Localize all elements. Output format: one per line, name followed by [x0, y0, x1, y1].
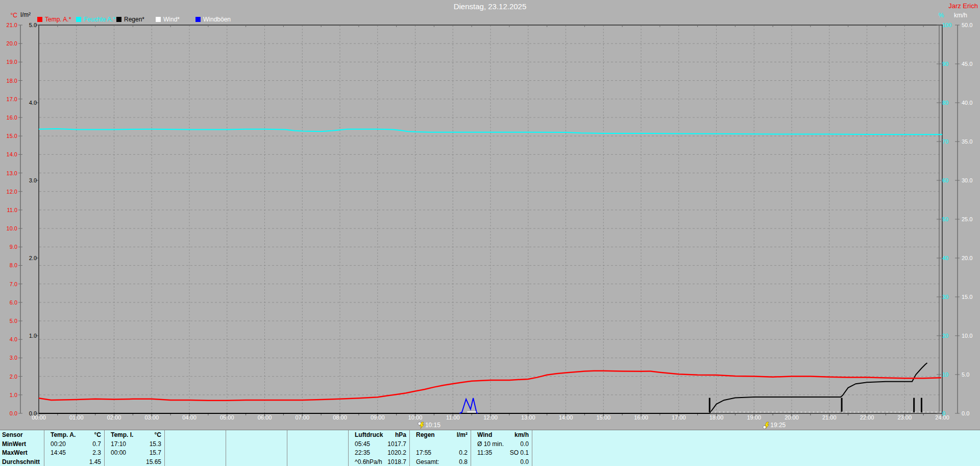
table-row-label: Sensor	[0, 430, 44, 439]
series-rain-cumulative	[39, 363, 927, 413]
sun-event-icon	[418, 422, 425, 429]
cell-value: 15.7	[150, 449, 161, 456]
time-axis-tick-label: 17:00	[668, 414, 690, 421]
temp-axis-tick-label: 19.0	[2, 59, 17, 65]
table-cell	[410, 439, 471, 449]
cell-time: 22:35	[352, 449, 370, 456]
cell-value: 1018.7	[387, 458, 406, 465]
table-header-cell: LuftdruckhPa	[349, 430, 410, 439]
summary-table: SensorTemp. A.°CTemp. I.°CLuftdruckhPaRe…	[0, 430, 980, 466]
time-axis-tick-label: 10:00	[404, 414, 427, 421]
cell-time: Temp. I.	[108, 431, 133, 438]
time-axis-tick-label: 06:00	[254, 414, 276, 421]
table-header-cell	[165, 430, 226, 439]
temp-axis-tick-label: 3.0	[2, 355, 17, 361]
humidity-axis-tick-label: 40	[942, 255, 958, 261]
cell-time: Ø 10 min.	[474, 440, 504, 448]
rain-axis-tick-label: 4.0	[21, 100, 37, 106]
temp-axis-tick-label: 1.0	[2, 392, 17, 398]
humidity-axis-tick-label: 80	[942, 100, 958, 106]
table-row-label: MaxWert	[0, 449, 44, 458]
humidity-axis-tick-label: 50	[942, 216, 958, 222]
time-axis-tick-label: 13:00	[517, 414, 540, 421]
humidity-axis-tick-label: 10	[942, 371, 958, 378]
time-axis-tick-label: 05:00	[216, 414, 238, 421]
wind-axis-tick-label: 25.0	[962, 216, 979, 222]
humidity-axis-tick-label: 70	[942, 138, 958, 145]
time-axis-tick-label: 23:00	[893, 414, 916, 421]
table-header-cell	[226, 430, 287, 439]
table-header-cell	[287, 430, 349, 439]
cell-time: 00:00	[108, 449, 126, 456]
cell-value: 0.8	[459, 458, 468, 465]
cell-value: °C	[155, 431, 161, 438]
table-header-cell: Temp. I.°C	[105, 430, 165, 439]
cell-value: °C	[94, 431, 101, 438]
wind-axis-tick-label: 15.0	[962, 294, 979, 300]
humidity-axis-tick-label: 30	[942, 294, 958, 300]
table-cell	[287, 439, 349, 449]
cell-time: Gesamt:	[413, 458, 439, 465]
temp-axis-tick-label: 9.0	[2, 244, 17, 250]
table-cell	[165, 449, 226, 458]
table-cell: 14:452.3	[44, 449, 105, 458]
time-axis-tick-label: 08:00	[329, 414, 351, 421]
table-header-cell	[532, 430, 980, 439]
cell-time: 17:10	[108, 440, 126, 448]
time-axis-tick-label: 14:00	[555, 414, 577, 421]
cell-value: 0.0	[520, 458, 529, 465]
event-marker: 19:25	[763, 422, 786, 429]
legend-label: Feuchte A.*	[84, 16, 115, 23]
time-axis-tick-label: 18:00	[705, 414, 728, 421]
legend-swatch-icon	[116, 17, 121, 22]
table-cell: Gesamt:0.8	[410, 457, 471, 466]
temp-axis-tick-label: 10.0	[2, 225, 17, 231]
legend-label: Regen*	[124, 16, 144, 23]
legend-item-wind: Wind*	[156, 16, 180, 22]
time-axis-tick-label: 04:00	[178, 414, 201, 421]
time-axis-tick-label: 02:00	[103, 414, 126, 421]
temp-axis-tick-label: 14.0	[2, 151, 17, 157]
cell-value: 0.7	[92, 440, 101, 448]
time-axis-tick-label: 21:00	[818, 414, 841, 421]
legend-swatch-icon	[76, 17, 81, 22]
time-axis-tick-label: 16:00	[630, 414, 652, 421]
humidity-axis-tick-label: 100	[942, 22, 958, 28]
temp-axis-tick-label: 4.0	[2, 336, 17, 342]
legend-item-feuchtea: Feuchte A.*	[76, 16, 115, 22]
legend-label: Wind*	[163, 16, 180, 23]
table-cell: ^0.6hPa/h1018.7	[349, 457, 410, 466]
wind-axis-tick-label: 50.0	[962, 22, 979, 28]
time-axis-tick-label: 12:00	[479, 414, 502, 421]
temp-axis-tick-label: 12.0	[2, 189, 17, 195]
cell-time: 14:45	[47, 449, 66, 456]
cell-time: ^0.6hPa/h	[352, 458, 382, 465]
table-cell: Ø 10 min.0.0	[471, 439, 532, 449]
cell-value: hPa	[395, 431, 406, 438]
table-cell: 17:1015.3	[105, 439, 165, 449]
table-cell: 0.0	[471, 457, 532, 466]
table-cell: 05:451017.7	[349, 439, 410, 449]
cell-value: 15.3	[150, 440, 161, 448]
sun-event-icon	[763, 422, 770, 429]
chart-canvas	[0, 0, 980, 466]
table-cell: 00:0015.7	[105, 449, 165, 458]
wind-axis-tick-label: 40.0	[962, 100, 979, 106]
cell-value: 1017.7	[387, 440, 406, 448]
legend-item-tempa: Temp. A.*	[37, 16, 71, 22]
legend-label: Temp. A.*	[45, 16, 71, 23]
table-cell: 17:550.2	[410, 449, 471, 458]
table-cell: 11:35SO 0.1	[471, 449, 532, 458]
wind-axis-tick-label: 20.0	[962, 255, 979, 261]
cell-value: 1020.2	[387, 449, 406, 456]
cell-time: 11:35	[474, 449, 492, 456]
table-cell	[226, 457, 287, 466]
weather-station-app: Dienstag, 23.12.2025 Jarz Erich °C l/m² …	[0, 0, 980, 466]
table-cell	[165, 439, 226, 449]
temp-axis-tick-label: 13.0	[2, 170, 17, 176]
event-marker-time: 19:25	[770, 422, 786, 429]
cell-value: SO 0.1	[510, 449, 529, 456]
temp-axis-tick-label: 0.0	[2, 410, 17, 416]
table-cell: 00:200.7	[44, 439, 105, 449]
legend-swatch-icon	[156, 17, 161, 22]
